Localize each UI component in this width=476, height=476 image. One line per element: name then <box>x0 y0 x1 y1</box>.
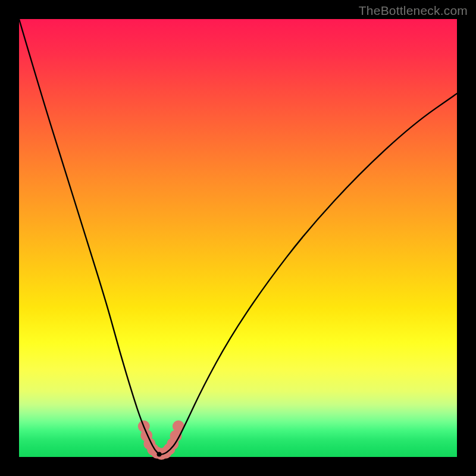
min-point-marker <box>157 452 162 457</box>
chart-svg-layer <box>0 0 476 476</box>
curve-path <box>19 19 457 455</box>
chart-frame: TheBottleneck.com <box>0 0 476 476</box>
